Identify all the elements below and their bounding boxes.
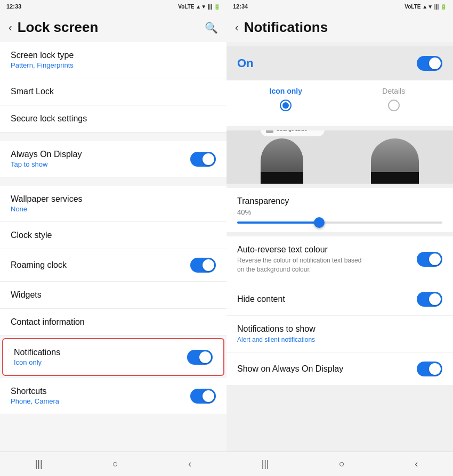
left-nav-back[interactable]: ‹ xyxy=(188,458,191,470)
right-time: 12:34 xyxy=(233,3,248,10)
settings-item-shortcuts[interactable]: Shortcuts Phone, Camera xyxy=(0,378,226,414)
transparency-label: Transparency xyxy=(237,196,442,206)
settings-item-smart-lock[interactable]: Smart Lock xyxy=(0,78,226,105)
right-header: ‹ Notifications xyxy=(226,13,453,42)
left-header: ‹ Lock screen 🔍 xyxy=(0,13,226,42)
right-nav-back[interactable]: ‹ xyxy=(415,458,418,470)
notifications-to-show-sub: Alert and silent notifications xyxy=(237,335,316,344)
notifications-to-show-label: Notifications to show xyxy=(237,324,316,334)
settings-item-secure-lock[interactable]: Secure lock settings xyxy=(0,105,226,133)
settings-item-notifications[interactable]: Notifications Icon only xyxy=(2,338,224,376)
icon-only-radio[interactable] xyxy=(280,100,292,111)
right-back-button[interactable]: ‹ xyxy=(235,21,239,34)
on-label: On xyxy=(237,56,254,70)
auto-reverse-sub: Reverse the colour of notification text … xyxy=(237,256,365,274)
hide-content-label: Hide content xyxy=(237,294,285,304)
settings-item-widgets[interactable]: Widgets xyxy=(0,282,226,309)
style-selector: Icon only Details xyxy=(226,80,453,126)
right-page-title: Notifications xyxy=(244,19,444,36)
left-bottom-nav: ||| ○ ‹ xyxy=(0,452,226,476)
right-network: VoLTE ▲▼ ||| 🔋 xyxy=(405,4,447,10)
settings-item-screen-lock-type[interactable]: Screen lock type Pattern, Fingerprints xyxy=(0,42,226,78)
right-nav-home[interactable]: ○ xyxy=(339,458,345,470)
auto-reverse-label: Auto-reverse text colour xyxy=(237,245,365,255)
transparency-slider-thumb[interactable] xyxy=(314,217,325,228)
preview-left: Settings 12:33 xyxy=(261,130,325,184)
right-nav-menu[interactable]: ||| xyxy=(262,458,269,470)
left-time: 12:33 xyxy=(6,3,21,10)
preview-card: Settings 12:33 xyxy=(261,130,325,136)
show-always-on-toggle[interactable] xyxy=(417,362,442,376)
right-status-icons: VoLTE ▲▼ ||| 🔋 xyxy=(405,4,447,10)
style-options-row: Icon only Details xyxy=(235,87,444,111)
settings-item-always-on-display[interactable]: Always On Display Tap to show xyxy=(0,141,226,177)
show-always-on-label: Show on Always On Display xyxy=(237,364,343,374)
transparency-value: 40% xyxy=(237,208,442,216)
left-page-title: Lock screen xyxy=(18,19,205,36)
hide-content-toggle[interactable] xyxy=(417,292,442,307)
preview-area: Settings 12:33 xyxy=(226,130,453,184)
right-bottom-nav: ||| ○ ‹ xyxy=(226,452,453,476)
section-gap-1 xyxy=(0,133,226,141)
settings-item-contact-information[interactable]: Contact information xyxy=(0,309,226,336)
transparency-slider-fill xyxy=(237,221,319,224)
right-row-hide-content[interactable]: Hide content xyxy=(226,283,453,316)
right-settings-section: Auto-reverse text colour Reverse the col… xyxy=(226,236,453,385)
right-panel: 12:34 VoLTE ▲▼ ||| 🔋 ‹ Notifications On … xyxy=(226,0,453,476)
right-row-notifications-to-show[interactable]: Notifications to show Alert and silent n… xyxy=(226,316,453,354)
left-back-button[interactable]: ‹ xyxy=(9,21,12,34)
preview-figure-left xyxy=(261,138,303,184)
on-toggle-row[interactable]: On xyxy=(226,46,453,80)
preview-notification-icon xyxy=(266,130,273,133)
icon-only-label: Icon only xyxy=(235,87,337,95)
preview-figure-right xyxy=(371,138,419,184)
style-option-details[interactable]: Details xyxy=(343,87,445,111)
transparency-section: Transparency 40% xyxy=(226,188,453,232)
preview-figure-black-right xyxy=(371,172,419,184)
right-row-show-always-on[interactable]: Show on Always On Display xyxy=(226,353,453,385)
left-search-button[interactable]: 🔍 xyxy=(205,21,218,34)
left-nav-menu[interactable]: ||| xyxy=(35,458,43,470)
transparency-slider-track[interactable] xyxy=(237,221,442,224)
notifications-on-toggle[interactable] xyxy=(417,56,442,71)
left-settings-list: Screen lock type Pattern, Fingerprints S… xyxy=(0,42,226,452)
settings-item-wallpaper-services[interactable]: Wallpaper services None xyxy=(0,186,226,222)
left-network: VoLTE ▲▼ ||| 🔋 xyxy=(178,4,220,10)
left-status-bar: 12:33 VoLTE ▲▼ ||| 🔋 xyxy=(0,0,226,13)
always-on-display-toggle[interactable] xyxy=(190,152,216,167)
roaming-clock-toggle[interactable] xyxy=(190,258,216,273)
left-nav-home[interactable]: ○ xyxy=(112,458,118,470)
right-status-bar: 12:34 VoLTE ▲▼ ||| 🔋 xyxy=(226,0,453,13)
right-row-auto-reverse[interactable]: Auto-reverse text colour Reverse the col… xyxy=(226,236,453,283)
preview-figure-black-left xyxy=(261,172,303,184)
notifications-toggle[interactable] xyxy=(187,350,213,365)
left-panel: 12:33 VoLTE ▲▼ ||| 🔋 ‹ Lock screen 🔍 Scr… xyxy=(0,0,226,476)
details-label: Details xyxy=(343,87,445,95)
auto-reverse-toggle[interactable] xyxy=(417,252,442,267)
preview-card-text: Settings 12:33 xyxy=(277,130,308,132)
settings-item-roaming-clock[interactable]: Roaming clock xyxy=(0,249,226,282)
style-option-icon-only[interactable]: Icon only xyxy=(235,87,337,111)
details-radio[interactable] xyxy=(388,100,400,111)
shortcuts-toggle[interactable] xyxy=(190,389,216,404)
left-status-icons: VoLTE ▲▼ ||| 🔋 xyxy=(178,4,220,10)
section-gap-2 xyxy=(0,177,226,186)
preview-right xyxy=(371,138,419,184)
settings-item-clock-style[interactable]: Clock style xyxy=(0,222,226,249)
